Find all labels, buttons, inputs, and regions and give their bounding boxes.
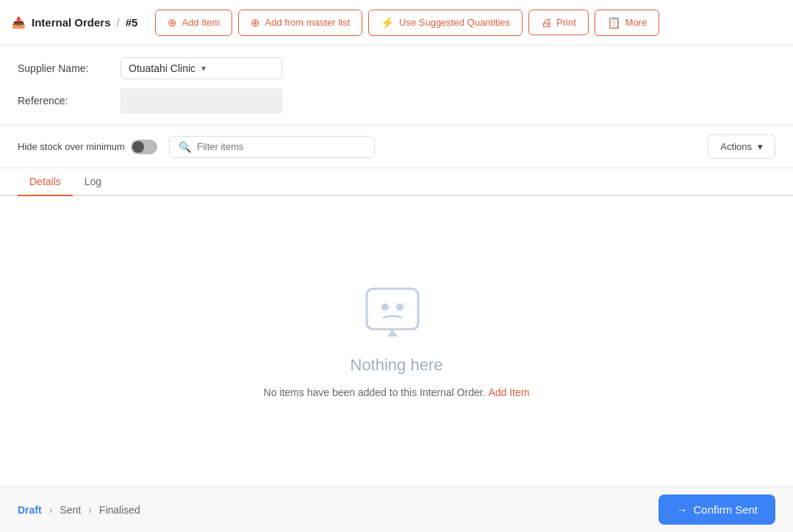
tab-log[interactable]: Log [73, 168, 113, 196]
plus-icon: ⊕ [168, 16, 177, 29]
tab-details[interactable]: Details [18, 168, 73, 196]
add-item-button[interactable]: ⊕ Add Item [155, 10, 232, 36]
empty-state-icon [363, 285, 429, 344]
supplier-select[interactable]: Otuatahi Clinic ▾ [121, 57, 282, 79]
actions-label: Actions [720, 141, 752, 152]
step-draft: Draft [18, 504, 42, 516]
step-sent: Sent [60, 504, 81, 516]
form-section: Supplier Name: Otuatahi Clinic ▾ Referen… [0, 46, 793, 126]
chevron-down-icon-actions: ▾ [758, 141, 763, 152]
lightning-icon: ⚡ [381, 16, 395, 29]
add-from-master-button[interactable]: ⊕ Add from master list [238, 10, 362, 36]
reference-input[interactable] [121, 88, 282, 113]
toggle-knob [132, 141, 144, 153]
actions-button[interactable]: Actions ▾ [708, 134, 775, 159]
footer: Draft › Sent › Finalised → Confirm Sent [0, 486, 793, 532]
print-icon: 🖨 [541, 16, 552, 29]
breadcrumb-separator: / [117, 16, 120, 29]
breadcrumb-app: Internal Orders [32, 16, 111, 29]
supplier-label: Supplier Name: [18, 62, 121, 74]
workflow-breadcrumb: Draft › Sent › Finalised [18, 504, 140, 516]
header-buttons: ⊕ Add Item ⊕ Add from master list ⚡ Use … [155, 10, 659, 36]
hide-stock-label-text: Hide stock over minimum [18, 141, 125, 152]
chevron-right-icon-1: › [49, 504, 53, 516]
search-icon: 🔍 [179, 141, 191, 153]
empty-title: Nothing here [351, 356, 443, 375]
inbox-icon: 📥 [12, 16, 26, 29]
main-content: Nothing here No items have been added to… [0, 196, 793, 486]
empty-description: No items have been added to this Interna… [264, 387, 530, 398]
empty-state-add-link[interactable]: Add Item [488, 387, 529, 398]
app-header: 📥 Internal Orders / #5 ⊕ Add Item ⊕ Add … [0, 0, 793, 46]
svg-point-2 [396, 303, 403, 311]
plus-icon-2: ⊕ [251, 16, 260, 29]
hide-stock-toggle[interactable] [131, 140, 157, 154]
page-title: 📥 Internal Orders / #5 [12, 16, 137, 29]
step-finalised: Finalised [99, 504, 140, 516]
more-icon: 📋 [607, 16, 621, 29]
use-suggested-quantities-button[interactable]: ⚡ Use Suggested Quantities [368, 10, 523, 36]
toolbar: Hide stock over minimum 🔍 Actions ▾ [0, 126, 793, 168]
svg-rect-0 [367, 289, 418, 329]
order-id: #5 [126, 16, 138, 29]
confirm-sent-label: Confirm Sent [693, 503, 758, 516]
supplier-value: Otuatahi Clinic [129, 62, 201, 74]
reference-label: Reference: [18, 95, 121, 107]
empty-desc-text: No items have been added to this Interna… [264, 387, 486, 398]
svg-point-1 [381, 303, 389, 311]
empty-state: Nothing here No items have been added to… [264, 285, 530, 398]
supplier-row: Supplier Name: Otuatahi Clinic ▾ [18, 57, 775, 79]
confirm-sent-button[interactable]: → Confirm Sent [659, 495, 775, 525]
more-button[interactable]: 📋 More [595, 10, 660, 36]
filter-items-input[interactable] [197, 141, 365, 152]
hide-stock-control: Hide stock over minimum [18, 140, 157, 154]
reference-row: Reference: [18, 88, 775, 113]
filter-input-container: 🔍 [169, 136, 375, 158]
chevron-right-icon-2: › [88, 504, 92, 516]
tabs-bar: Details Log [0, 168, 793, 196]
chevron-down-icon: ▾ [201, 63, 274, 73]
print-button[interactable]: 🖨 Print [528, 10, 589, 35]
arrow-right-icon: → [676, 503, 687, 516]
